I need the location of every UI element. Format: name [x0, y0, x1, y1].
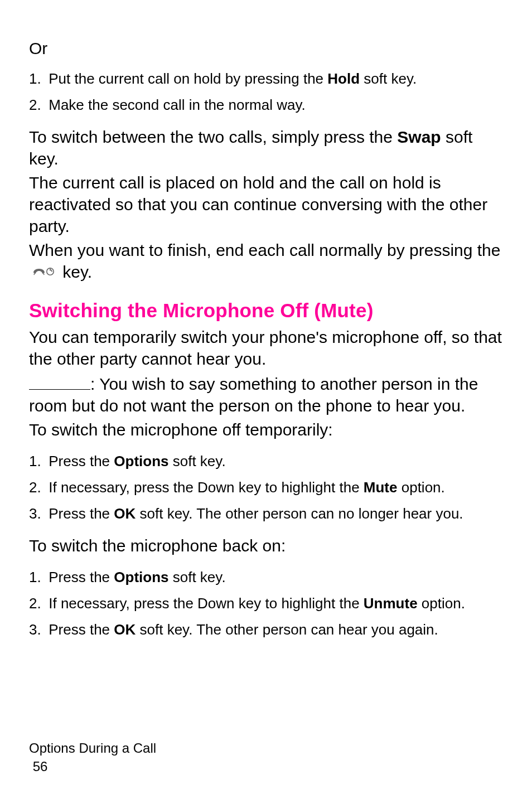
paragraph: You can temporarily switch your phone's … — [29, 326, 503, 370]
example-paragraph: : You wish to say something to another p… — [29, 372, 503, 417]
list-text: soft key. — [169, 569, 226, 585]
list-item: 2. Make the second call in the normal wa… — [29, 95, 503, 115]
list-text: Press the — [49, 621, 114, 638]
list-number: 3. — [29, 504, 45, 524]
paragraph-text: When you want to finish, end each call n… — [29, 241, 500, 259]
paragraph: To switch the microphone off temporarily… — [29, 419, 503, 440]
list-text: soft key. The other person can hear you … — [136, 621, 438, 638]
steps-list-3: 1. Press the Options soft key. 2. If nec… — [29, 568, 503, 640]
list-item: 2. If necessary, press the Down key to h… — [29, 478, 503, 497]
list-text: Press the — [49, 569, 114, 585]
list-item: 2. If necessary, press the Down key to h… — [29, 594, 503, 613]
section-heading-mute: Switching the Microphone Off (Mute) — [29, 298, 503, 323]
list-text: Make the second call in the normal way. — [49, 96, 306, 113]
mute-label: Mute — [364, 479, 398, 496]
page-number: 56 — [29, 758, 156, 776]
options-label: Options — [114, 569, 168, 585]
ok-label: OK — [114, 621, 136, 638]
example-blank-underline — [29, 372, 90, 390]
paragraph: The current call is placed on hold and t… — [29, 172, 503, 237]
list-number: 2. — [29, 478, 45, 497]
list-item: 3. Press the OK soft key. The other pers… — [29, 620, 503, 640]
example-text: : You wish to say something to another p… — [29, 375, 478, 415]
steps-list-2: 1. Press the Options soft key. 2. If nec… — [29, 452, 503, 524]
hold-label: Hold — [327, 70, 360, 87]
paragraph-text: To switch between the two calls, simply … — [29, 128, 397, 146]
ok-label: OK — [114, 505, 136, 522]
or-label: Or — [29, 38, 503, 59]
list-text: soft key. — [360, 70, 417, 87]
end-call-key-icon — [31, 261, 56, 283]
list-text: If necessary, press the Down key to high… — [49, 595, 364, 612]
page-number-value: 56 — [33, 759, 48, 774]
list-number: 1. — [29, 452, 45, 471]
unmute-label: Unmute — [364, 595, 418, 612]
list-number: 3. — [29, 620, 45, 640]
list-text: Press the — [49, 453, 114, 469]
list-text: option. — [398, 479, 445, 496]
list-number: 1. — [29, 568, 45, 587]
list-text: Press the — [49, 505, 114, 522]
list-number: 2. — [29, 95, 45, 115]
paragraph: To switch between the two calls, simply … — [29, 126, 503, 170]
list-number: 2. — [29, 594, 45, 613]
footer-section-title: Options During a Call — [29, 739, 156, 757]
paragraph-text: key. — [62, 263, 92, 281]
list-text: Put the current call on hold by pressing… — [49, 70, 327, 87]
list-text: soft key. — [169, 453, 226, 469]
list-item: 1. Put the current call on hold by press… — [29, 69, 503, 89]
list-number: 1. — [29, 69, 45, 89]
options-label: Options — [114, 453, 168, 469]
list-item: 1. Press the Options soft key. — [29, 568, 503, 587]
list-text: option. — [418, 595, 465, 612]
list-text: soft key. The other person can no longer… — [136, 505, 463, 522]
paragraph: When you want to finish, end each call n… — [29, 239, 503, 285]
list-item: 3. Press the OK soft key. The other pers… — [29, 504, 503, 524]
steps-list-1: 1. Put the current call on hold by press… — [29, 69, 503, 115]
swap-label: Swap — [397, 128, 441, 146]
paragraph: To switch the microphone back on: — [29, 535, 503, 556]
list-text: If necessary, press the Down key to high… — [49, 479, 364, 496]
list-item: 1. Press the Options soft key. — [29, 452, 503, 471]
page-footer: Options During a Call 56 — [29, 739, 156, 776]
